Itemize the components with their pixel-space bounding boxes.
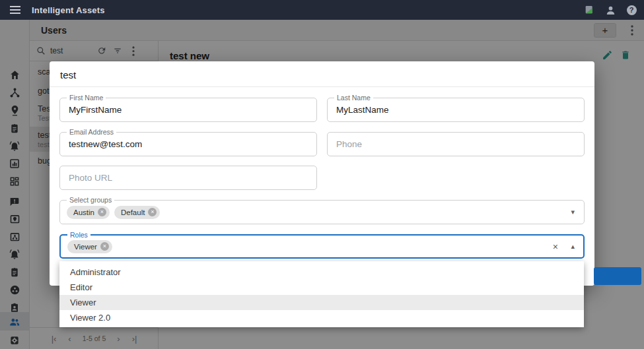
groups-expand-icon[interactable]: ▾ (571, 201, 575, 224)
dropdown-option-highlighted[interactable]: Viewer (59, 295, 584, 310)
dropdown-option[interactable]: Viewer 2.0 (59, 310, 584, 325)
role-chip[interactable]: Viewer × (67, 240, 112, 253)
chip-remove-icon[interactable]: × (98, 208, 106, 216)
group-chip[interactable]: Default × (114, 206, 160, 219)
app-screen: Intelligent Assets ? ? (0, 0, 644, 349)
help-icon[interactable]: ? (623, 1, 640, 18)
save-button[interactable] (594, 267, 641, 285)
last-name-field: Last Name (327, 98, 585, 122)
groups-field[interactable]: Select groups Austin × Default × ▾ (59, 200, 585, 224)
roles-field[interactable]: Roles Viewer × × ▴ (59, 234, 585, 259)
first-name-field: First Name (59, 98, 317, 122)
photo-url-input[interactable] (60, 166, 316, 189)
chip-remove-icon[interactable]: × (148, 208, 157, 216)
roles-collapse-icon[interactable]: ▴ (571, 236, 575, 257)
app-title: Intelligent Assets (32, 5, 105, 15)
group-chip[interactable]: Austin × (67, 206, 110, 219)
menu-icon[interactable] (5, 0, 25, 20)
phone-input[interactable] (328, 133, 584, 156)
edit-user-dialog: test First Name Last Name Email Address … (50, 61, 594, 286)
roles-dropdown: Administrator Editor Viewer Viewer 2.0 (59, 261, 584, 327)
account-icon[interactable] (602, 1, 619, 18)
dialog-divider (50, 86, 594, 87)
dropdown-option[interactable]: Editor (59, 280, 584, 295)
release-notes-icon[interactable] (581, 1, 598, 18)
chip-remove-icon[interactable]: × (100, 242, 109, 251)
app-bar: Intelligent Assets ? (0, 0, 644, 20)
phone-field (327, 132, 585, 156)
email-field: Email Address (59, 132, 317, 156)
photo-url-field (59, 166, 317, 190)
dropdown-option[interactable]: Administrator (59, 265, 584, 280)
dialog-title: test (60, 69, 76, 80)
roles-clear-icon[interactable]: × (553, 236, 558, 257)
